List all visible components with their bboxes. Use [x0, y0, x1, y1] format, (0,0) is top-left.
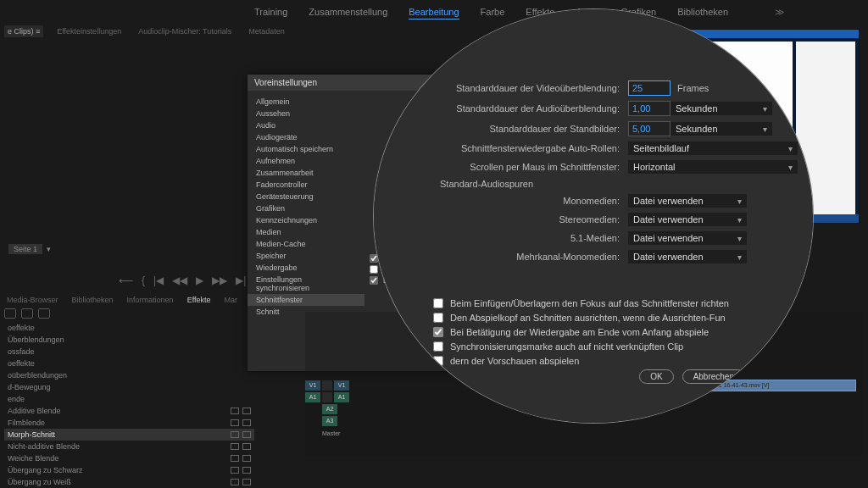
row-mouse-scroll: Scrollen per Maus im Schnittfenster: Hor… — [399, 160, 806, 174]
prefs-category[interactable]: Automatisch speichern — [248, 143, 364, 155]
tab-audio-mixer[interactable]: Audioclip-Mischer: Tutorials — [135, 25, 235, 37]
row-multimono: Mehrkanal-Monomedien: Datei verwenden — [399, 250, 806, 263]
row-stereo: Stereomedien: Datei verwenden — [399, 213, 806, 226]
effects-list[interactable]: oeffekteÜberblendungenossfadeoeffekteoüb… — [4, 322, 254, 488]
prefs-category[interactable]: Kennzeichnungen — [248, 214, 364, 226]
prefs-category[interactable]: Audio — [248, 119, 364, 131]
ok-button[interactable]: OK — [639, 369, 673, 384]
prefs-category[interactable]: Grafiken — [248, 202, 364, 214]
row-51: 5.1-Medien: Datei verwenden — [399, 231, 806, 245]
prefs-category[interactable]: Schnittfenster — [248, 294, 364, 306]
play-button[interactable]: ▶ — [196, 274, 203, 286]
input-video-duration[interactable] — [628, 80, 670, 96]
transport-btn[interactable]: ▶| — [236, 274, 246, 286]
prefs-category[interactable]: Aussehen — [248, 108, 364, 119]
prefs-category[interactable]: Speicher — [248, 250, 364, 262]
effect-item[interactable]: ossfade — [4, 346, 254, 358]
tab-clips[interactable]: e Clips) ≡ — [4, 25, 43, 37]
prefs-category[interactable]: Audiogeräte — [248, 131, 364, 143]
prefs-category[interactable]: Allgemein — [248, 96, 364, 108]
fx-filter-icon[interactable] — [4, 308, 16, 319]
fx-filter-icon[interactable] — [38, 308, 50, 319]
transport-btn[interactable]: ▶▶ — [212, 274, 227, 286]
section-audio-tracks: Standard-Audiospuren — [399, 179, 806, 189]
prefs-category[interactable]: Zusammenarbeit — [248, 167, 364, 179]
prefs-category[interactable]: Aufnehmen — [248, 155, 364, 167]
effect-item[interactable]: oeffekte — [4, 322, 254, 334]
unit-audio-select[interactable]: Sekunden — [670, 102, 772, 115]
zoom-lens: Standarddauer der Videoüberblendung: Fra… — [373, 8, 814, 424]
row-autoroll: Schnittfensterwiedergabe Auto-Rollen: Se… — [399, 141, 806, 155]
source-panel-tabs: e Clips) ≡ Effekteinstellungen Audioclip… — [4, 25, 288, 37]
tab-training[interactable]: Training — [254, 7, 287, 19]
tab-info[interactable]: Informationen — [125, 295, 176, 305]
effect-item[interactable]: oeffekte — [4, 358, 254, 369]
effect-item[interactable]: Weiche Blende — [4, 452, 254, 464]
pref-checkbox[interactable]: Bei Betätigung der Wiedergabe am Ende vo… — [433, 327, 798, 337]
row-mono: Monomedien: Datei verwenden — [399, 194, 806, 208]
workspace-tabs: Training Zusammenstellung Bearbeitung Fa… — [254, 7, 785, 19]
effect-item[interactable]: Nicht-additive Blende — [4, 441, 254, 452]
effect-item[interactable]: Überblendungen — [4, 334, 254, 346]
effect-item[interactable]: Übergang zu Schwarz — [4, 464, 254, 476]
tab-bibliotheken[interactable]: Bibliotheken — [677, 7, 728, 19]
select-stereo[interactable]: Datei verwenden — [628, 213, 747, 226]
effect-item[interactable]: ende — [4, 393, 254, 405]
tab-effects[interactable]: Effekte — [185, 295, 214, 305]
track-master[interactable]: Master — [305, 427, 863, 439]
tab-media-browser[interactable]: Media-Browser — [4, 295, 61, 305]
prefs-category[interactable]: Wiedergabe — [248, 262, 364, 274]
tab-markers[interactable]: Mar — [221, 295, 240, 305]
pref-checkbox[interactable]: Synchronisierungsmarke auch auf nicht ve… — [433, 341, 798, 352]
workspace-overflow-icon[interactable]: ≫ — [775, 7, 785, 19]
transport-btn[interactable]: ◀◀ — [172, 274, 187, 286]
effect-item[interactable]: d-Bewegung — [4, 381, 254, 393]
tab-metadata[interactable]: Metadaten — [245, 25, 288, 37]
select-mono[interactable]: Datei verwenden — [628, 194, 747, 208]
input-audio-duration[interactable] — [628, 101, 670, 116]
tab-zusammenstellung[interactable]: Zusammenstellung — [309, 7, 387, 19]
fx-filter-icon[interactable] — [21, 308, 33, 319]
unit-still-select[interactable]: Sekunden — [670, 122, 772, 136]
prefs-category[interactable]: Fadercontroller — [248, 179, 364, 191]
pref-checkbox[interactable]: dern der Vorschauen abspielen — [433, 356, 798, 366]
tab-effect-settings[interactable]: Effekteinstellungen — [53, 25, 125, 37]
tab-libraries[interactable]: Bibliotheken — [70, 295, 116, 305]
transport-btn[interactable]: ⟵ — [119, 274, 133, 286]
row-audio-transition-duration: Standarddauer der Audioüberblendung: Sek… — [399, 101, 806, 116]
prefs-category[interactable]: Einstellungen synchronisieren — [248, 274, 364, 294]
input-still-duration[interactable] — [628, 121, 670, 136]
select-multimono[interactable]: Datei verwenden — [628, 250, 747, 263]
effects-panel: Media-Browser Bibliotheken Informationen… — [4, 295, 254, 488]
transport-btn[interactable]: |◀ — [153, 274, 164, 286]
prefs-category[interactable]: Gerätesteuerung — [248, 191, 364, 202]
effect-item[interactable]: Filmblende — [4, 417, 254, 429]
prefs-category[interactable]: Medien-Cache — [248, 238, 364, 250]
select-51[interactable]: Datei verwenden — [628, 231, 747, 245]
effect-item[interactable]: Additive Blende — [4, 405, 254, 417]
tab-bearbeitung[interactable]: Bearbeitung — [409, 7, 459, 19]
fx-toggle-icon[interactable] — [322, 380, 332, 391]
tab-farbe[interactable]: Farbe — [481, 7, 505, 19]
select-mouse-scroll[interactable]: Horizontal — [628, 160, 798, 174]
row-still-duration: Standarddauer der Standbilder: Sekunden — [399, 121, 806, 136]
sequence-page-label: Seite 1 ▾ — [8, 244, 51, 254]
effect-item[interactable]: oüberblendungen — [4, 369, 254, 381]
effect-item[interactable]: Morph-Schnitt — [4, 429, 254, 441]
row-video-transition-duration: Standarddauer der Videoüberblendung: Fra… — [399, 80, 806, 96]
select-autoroll[interactable]: Seitenbildlauf — [628, 141, 798, 155]
prefs-category[interactable]: Medien — [248, 226, 364, 238]
effect-item[interactable]: Übergang zu Weiß — [4, 476, 254, 488]
pref-checkbox[interactable]: Beim Einfügen/Überlagern den Fokus auf d… — [433, 298, 798, 308]
transport-btn[interactable]: { — [142, 274, 145, 286]
pref-checkbox[interactable]: Den Abspielkopf an Schnitten ausrichten,… — [433, 313, 798, 323]
